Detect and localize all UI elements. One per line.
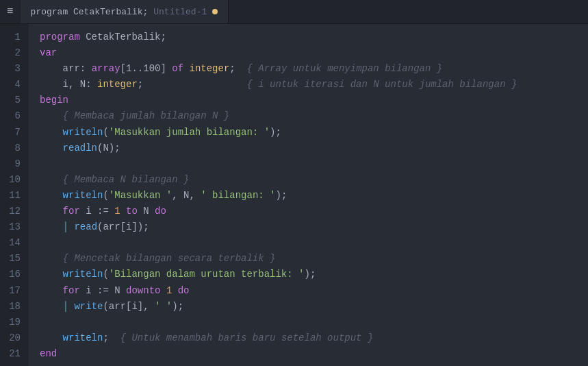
token-plain: (: [103, 127, 108, 138]
line-number: 6: [5, 108, 21, 124]
token-plain: [40, 190, 63, 201]
token-plain: CetakTerbalik;: [80, 32, 166, 42]
line-number: 20: [5, 330, 21, 346]
line-numbers: 123456789101112131415161718192021: [0, 24, 29, 366]
tab-bar: ≡ program CetakTerbalik; Untitled-1: [0, 0, 588, 24]
token-op: │: [63, 301, 68, 312]
code-line: for i := 1 to N do: [40, 204, 588, 219]
token-plain: ;: [103, 332, 120, 343]
token-fn: writeln: [63, 190, 103, 201]
token-plain: [1..100]: [120, 63, 172, 74]
token-fn: readln: [63, 143, 97, 154]
code-line: i, N: integer; { i untuk iterasi dan N u…: [40, 77, 588, 93]
token-plain: [40, 253, 63, 264]
token-plain: (N);: [97, 143, 120, 154]
code-line: writeln; { Untuk menambah baris baru set…: [40, 330, 588, 346]
modified-dot: [212, 9, 218, 14]
token-plain: [40, 269, 63, 280]
token-plain: );: [172, 301, 183, 312]
token-plain: arr:: [40, 63, 92, 74]
line-number: 16: [5, 267, 21, 282]
token-plain: ;: [138, 79, 247, 90]
token-plain: [160, 285, 166, 296]
code-line: writeln('Bilangan dalam urutan terbalik:…: [40, 267, 588, 282]
active-tab[interactable]: program CetakTerbalik; Untitled-1: [21, 0, 229, 23]
code-line: writeln('Masukkan ', N, ' bilangan: ');: [40, 188, 588, 204]
token-kw: array: [92, 63, 120, 74]
token-str: 'Masukkan ': [109, 190, 172, 201]
code-line: for i := N downto 1 do: [40, 283, 588, 299]
token-kw: downto: [126, 285, 160, 296]
token-plain: [40, 127, 63, 138]
menu-icon[interactable]: ≡: [0, 0, 21, 23]
token-plain: (arr[i]);: [97, 221, 149, 232]
code-line: writeln('Masukkan jumlah bilangan: ');: [40, 125, 588, 141]
token-fn: writeln: [63, 127, 103, 138]
code-line: end: [40, 346, 588, 362]
token-plain: [40, 143, 63, 154]
token-kw2: begin: [40, 95, 68, 106]
line-number: 21: [5, 346, 21, 362]
token-kw2: end: [40, 348, 57, 359]
token-cm: { Membaca jumlah bilangan N }: [63, 110, 230, 121]
token-plain: [172, 285, 177, 296]
token-fn: read: [74, 221, 97, 232]
line-number: 14: [5, 235, 21, 251]
token-plain: [40, 174, 63, 185]
token-plain: );: [275, 190, 287, 201]
token-plain: i := N: [80, 285, 126, 296]
token-plain: , N,: [172, 190, 201, 201]
line-number: 1: [5, 29, 21, 45]
token-kw: var: [40, 47, 57, 58]
line-number: 18: [5, 299, 21, 315]
line-number: 13: [5, 219, 21, 235]
token-plain: [120, 206, 126, 217]
token-plain: i :=: [80, 206, 114, 217]
token-plain: );: [270, 127, 281, 138]
token-str: 'Masukkan jumlah bilangan: ': [109, 127, 270, 138]
code-area[interactable]: program CetakTerbalik;var arr: array[1..…: [29, 24, 588, 366]
token-kw: program: [40, 32, 80, 42]
code-line: │ read(arr[i]);: [40, 219, 588, 235]
code-line: var: [40, 45, 588, 61]
code-line: [40, 156, 588, 172]
line-number: 17: [5, 283, 21, 299]
token-plain: );: [304, 269, 316, 280]
token-plain: [40, 221, 63, 232]
token-plain: [40, 301, 63, 312]
token-num: 1: [114, 206, 120, 217]
token-plain: [40, 206, 63, 217]
token-kw: to: [126, 206, 138, 217]
token-cm: { Array untuk menyimpan bilangan }: [247, 63, 443, 74]
line-number: 10: [5, 172, 21, 188]
token-plain: N: [138, 206, 155, 217]
line-number: 4: [5, 77, 21, 93]
line-number: 5: [5, 93, 21, 108]
code-line: { Membaca N bilangan }: [40, 172, 588, 188]
token-str: 'Bilangan dalam urutan terbalik: ': [109, 269, 305, 280]
line-number: 9: [5, 156, 21, 172]
code-line: { Mencetak bilangan secara terbalik }: [40, 251, 588, 267]
token-kw: of: [172, 63, 183, 74]
code-line: │ write(arr[i], ' ');: [40, 299, 588, 315]
line-number: 19: [5, 315, 21, 330]
token-fn: write: [74, 301, 103, 312]
code-line: program CetakTerbalik;: [40, 29, 588, 45]
token-cm: { Untuk menambah baris baru setelah outp…: [120, 332, 374, 343]
line-number: 11: [5, 188, 21, 204]
line-number: 3: [5, 61, 21, 77]
token-fn: writeln: [63, 269, 103, 280]
code-line: { Membaca jumlah bilangan N }: [40, 108, 588, 124]
token-kw: do: [155, 206, 166, 217]
token-str: ' bilangan: ': [201, 190, 275, 201]
token-kw2: for: [63, 285, 80, 296]
tab-filename: Untitled-1: [153, 7, 207, 17]
token-plain: i, N:: [40, 79, 97, 90]
token-cm: { Membaca N bilangan }: [63, 174, 190, 185]
token-plain: (: [103, 269, 108, 280]
token-plain: (arr[i],: [103, 301, 155, 312]
token-kw2: for: [63, 206, 80, 217]
code-line: [40, 235, 588, 251]
token-cm: { Mencetak bilangan secara terbalik }: [63, 253, 276, 264]
tab-title: program CetakTerbalik;: [31, 7, 149, 17]
